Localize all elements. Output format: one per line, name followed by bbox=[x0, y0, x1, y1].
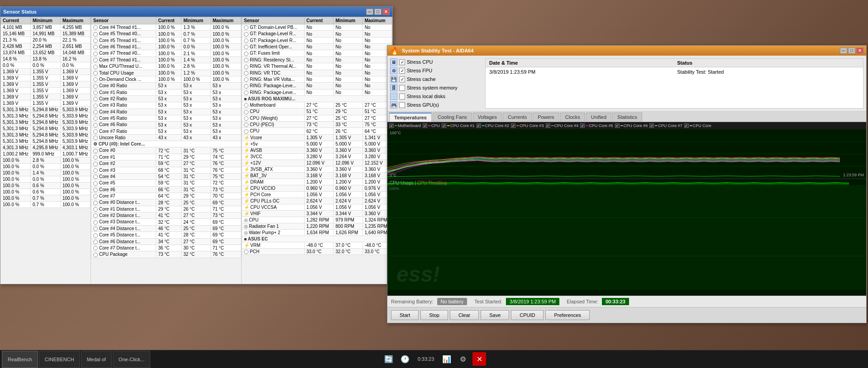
taskbar-item-cinebench[interactable]: CINEBENCH bbox=[39, 351, 80, 368]
cell: 66 °C bbox=[156, 186, 181, 193]
cell: 31 °C bbox=[181, 186, 211, 193]
legend-core2: ━ CPU Core #2 bbox=[477, 123, 510, 128]
stability-close-button[interactable]: ✕ bbox=[856, 47, 863, 54]
table-row: CPU62 °C26 °C64 °C bbox=[242, 128, 392, 134]
tab-voltages[interactable]: Voltages bbox=[473, 113, 502, 122]
table-row: 5,301.3 MHz5,294.8 MHz5,303.9 MHz bbox=[1, 126, 91, 132]
cell: 53 x bbox=[156, 83, 181, 89]
legend-cb-cpu[interactable] bbox=[423, 123, 427, 128]
table-row: Core #7 Ratio53 x53 x53 x bbox=[91, 128, 241, 134]
stress-fpu-checkbox[interactable] bbox=[399, 68, 405, 74]
cell: 4,301.3 MHz bbox=[1, 145, 31, 151]
tab-statistics[interactable]: Statistics bbox=[612, 113, 642, 122]
taskbar-item-oneclick[interactable]: One-Click... bbox=[113, 351, 150, 368]
cell: 14.8 % bbox=[1, 56, 31, 62]
save-button[interactable]: Save bbox=[481, 310, 509, 320]
tab-clocks[interactable]: Clocks bbox=[560, 113, 585, 122]
sensor-name: GT: Domain-Level PB... bbox=[242, 24, 305, 31]
tab-cooling-fans[interactable]: Cooling Fans bbox=[433, 113, 472, 122]
sensor-window-title: Sensor Status bbox=[3, 9, 37, 14]
sensor-name: GT: Package-Level R... bbox=[242, 31, 305, 37]
stress-cache-checkbox[interactable] bbox=[399, 76, 405, 82]
tab-temperatures[interactable]: Temperatures bbox=[389, 113, 432, 122]
cell: 1.056 V bbox=[304, 191, 333, 198]
table-row: RING: Residency St...NoNoNo bbox=[242, 57, 392, 63]
sensor-name: Core #6 bbox=[91, 186, 156, 193]
cell: 13.8 % bbox=[31, 56, 61, 62]
stress-mem-checkbox[interactable] bbox=[399, 85, 405, 91]
cell: 0.960 V bbox=[304, 185, 333, 191]
stability-test-window: 🔥 System Stability Test - AIDA64 ─ □ ✕ 🖥… bbox=[387, 45, 867, 323]
legend-cb-core6[interactable] bbox=[615, 123, 620, 128]
stability-maximize-button[interactable]: □ bbox=[848, 47, 855, 54]
table-row: Core #171 °C29 °C74 °C bbox=[91, 154, 241, 160]
legend-cb-core-gen[interactable] bbox=[684, 123, 689, 128]
sensor-titlebar[interactable]: Sensor Status ─ □ ✕ bbox=[0, 7, 392, 17]
legend-cb-core1[interactable] bbox=[442, 123, 446, 128]
sensor-status-window: Sensor Status ─ □ ✕ Current Minimum Maxi… bbox=[0, 6, 393, 284]
sensor-panel-1: Current Minimum Maximum 4,101 MB3,857 MB… bbox=[0, 17, 91, 284]
table-row: 2,428 MB2,254 MB2,651 MB bbox=[1, 43, 91, 50]
legend-cb-core7[interactable] bbox=[649, 123, 654, 128]
legend-cb-core5[interactable] bbox=[580, 123, 585, 128]
stability-titlebar[interactable]: 🔥 System Stability Test - AIDA64 ─ □ ✕ bbox=[387, 46, 866, 56]
legend-cb-core4[interactable] bbox=[546, 123, 550, 128]
sensor-maximize-button[interactable]: □ bbox=[374, 9, 382, 15]
tab-powers[interactable]: Powers bbox=[533, 113, 559, 122]
taskbar-close-button[interactable]: ✕ bbox=[472, 352, 486, 366]
taskbar-center: 🔄 🕐 0:33:23 📊 ⚙ ✕ bbox=[377, 350, 491, 368]
taskbar-graph-icon[interactable]: 📊 bbox=[440, 352, 453, 366]
stress-disk-checkbox[interactable] bbox=[399, 94, 405, 99]
clear-button[interactable]: Clear bbox=[450, 310, 479, 320]
cell: 64 °C bbox=[156, 193, 181, 199]
cell: 100.0 % bbox=[156, 31, 181, 37]
stability-minimize-button[interactable]: ─ bbox=[840, 47, 847, 54]
taskbar-refresh-icon[interactable]: 🔄 bbox=[382, 352, 396, 366]
cell: 73 °C bbox=[304, 122, 333, 128]
stress-gpu-checkbox[interactable] bbox=[399, 102, 405, 108]
cpuid-button[interactable]: CPUID bbox=[511, 310, 544, 320]
legend-color-mb: ━ bbox=[395, 123, 397, 128]
cell: 72 °C bbox=[156, 147, 181, 154]
legend-core4: ━ CPU Core #4 bbox=[546, 123, 579, 128]
cell: No bbox=[362, 24, 391, 31]
cell: 5,303.9 MHz bbox=[61, 113, 91, 119]
preferences-button[interactable]: Preferences bbox=[545, 310, 589, 320]
cell: 62 °C bbox=[304, 128, 333, 134]
cell: 4,295.8 MHz bbox=[31, 145, 61, 151]
taskbar-item-medal[interactable]: Medal of bbox=[81, 351, 112, 368]
start-button[interactable]: Start bbox=[391, 310, 419, 320]
cell: 53 x bbox=[181, 83, 211, 89]
legend-cb-motherboard[interactable] bbox=[389, 123, 394, 128]
cell: 29 °C bbox=[181, 193, 211, 199]
cell: 0.0 % bbox=[31, 176, 61, 183]
cell: 21.3 % bbox=[1, 37, 31, 43]
cell: 53 x bbox=[181, 89, 211, 95]
legend-cb-core3[interactable] bbox=[511, 123, 515, 128]
cell: 16.2 % bbox=[61, 56, 91, 62]
col-current-h: Current bbox=[1, 17, 31, 24]
sensor-minimize-button[interactable]: ─ bbox=[366, 9, 373, 15]
cell: 100.0 % bbox=[156, 76, 181, 82]
sensor-name: Core #5 Thread #0... bbox=[91, 31, 156, 37]
legend-label-core5: CPU Core #5 bbox=[589, 123, 613, 128]
cell: 28 °C bbox=[181, 232, 211, 238]
cell: 76 °C bbox=[210, 167, 241, 173]
sensor-close-button[interactable]: ✕ bbox=[382, 9, 390, 15]
cell: 2,254 MB bbox=[31, 43, 61, 50]
taskbar-settings-icon[interactable]: ⚙ bbox=[456, 352, 470, 366]
tab-unified[interactable]: Unified bbox=[586, 113, 611, 122]
cell: 53 x bbox=[156, 95, 181, 102]
taskbar-item-realbench[interactable]: RealBench bbox=[2, 351, 38, 368]
cell: 1,634 RPM bbox=[304, 229, 333, 236]
cell: 5,294.8 MHz bbox=[31, 119, 61, 126]
sensor-name: ⚡CPU PLLs OC bbox=[242, 198, 305, 204]
sensor-name: ⚡VRM bbox=[242, 242, 305, 248]
cell: 27 °C bbox=[181, 238, 211, 245]
stop-button[interactable]: Stop bbox=[420, 310, 448, 320]
sensor-panel-3: Sensor Current Minimum Maximum GT: Domai… bbox=[242, 17, 392, 284]
table-row: 0.0 %0.0 %0.0 % bbox=[1, 62, 91, 69]
legend-cb-core2[interactable] bbox=[477, 123, 481, 128]
tab-currents[interactable]: Currents bbox=[503, 113, 532, 122]
stress-cpu-checkbox[interactable] bbox=[399, 59, 405, 65]
